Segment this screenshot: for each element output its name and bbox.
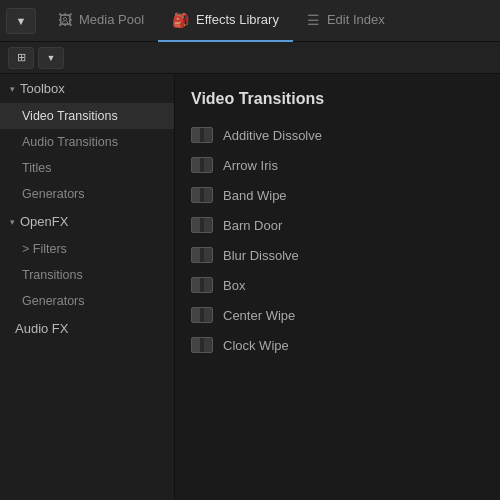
transition-label: Band Wipe	[223, 188, 287, 203]
sidebar-item-titles[interactable]: Titles	[0, 155, 174, 181]
main-content: ▾ Toolbox Video Transitions Audio Transi…	[0, 74, 500, 500]
workspace-dropdown[interactable]: ▼	[6, 8, 36, 34]
sidebar-item-audio-transitions[interactable]: Audio Transitions	[0, 129, 174, 155]
media-pool-icon: 🖼	[58, 12, 72, 28]
transition-label: Box	[223, 278, 245, 293]
grid-view-button[interactable]: ⊞	[8, 47, 34, 69]
list-item[interactable]: Barn Door	[175, 210, 500, 240]
list-item[interactable]: Center Wipe	[175, 300, 500, 330]
sidebar-item-video-transitions[interactable]: Video Transitions	[0, 103, 174, 129]
tab-media-pool[interactable]: 🖼 Media Pool	[44, 0, 158, 42]
tab-media-pool-label: Media Pool	[79, 12, 144, 27]
tab-edit-index-label: Edit Index	[327, 12, 385, 27]
sidebar-section-audiofx[interactable]: Audio FX	[0, 314, 174, 343]
dropdown-arrow-icon: ▼	[16, 15, 27, 27]
transition-icon-blur-dissolve	[191, 247, 213, 263]
sort-dropdown-button[interactable]: ▼	[38, 47, 64, 69]
transition-label: Clock Wipe	[223, 338, 289, 353]
transition-label: Arrow Iris	[223, 158, 278, 173]
sidebar-item-generators[interactable]: Generators	[0, 181, 174, 207]
list-item[interactable]: Additive Dissolve	[175, 120, 500, 150]
transition-label: Barn Door	[223, 218, 282, 233]
top-bar-left: ▼	[6, 8, 36, 34]
sidebar-item-filters[interactable]: > Filters	[0, 236, 174, 262]
audiofx-label: Audio FX	[15, 321, 68, 336]
transition-label: Blur Dissolve	[223, 248, 299, 263]
transition-icon-arrow-iris	[191, 157, 213, 173]
tab-effects-library-label: Effects Library	[196, 12, 279, 27]
transition-icon-band-wipe	[191, 187, 213, 203]
toolbox-arrow-icon: ▾	[10, 84, 15, 94]
sub-toolbar: ⊞ ▼	[0, 42, 500, 74]
list-item[interactable]: Box	[175, 270, 500, 300]
openfx-label: OpenFX	[20, 214, 68, 229]
openfx-arrow-icon: ▾	[10, 217, 15, 227]
sidebar-item-transitions[interactable]: Transitions	[0, 262, 174, 288]
list-item[interactable]: Arrow Iris	[175, 150, 500, 180]
toolbox-label: Toolbox	[20, 81, 65, 96]
tab-edit-index[interactable]: ☰ Edit Index	[293, 0, 399, 42]
effects-library-icon: 🎒	[172, 12, 189, 28]
sort-arrow-icon: ▼	[47, 53, 56, 63]
sidebar-section-openfx[interactable]: ▾ OpenFX	[0, 207, 174, 236]
transition-label: Additive Dissolve	[223, 128, 322, 143]
transition-icon-box	[191, 277, 213, 293]
list-item[interactable]: Clock Wipe	[175, 330, 500, 360]
sidebar-section-toolbox[interactable]: ▾ Toolbox	[0, 74, 174, 103]
transition-icon-center-wipe	[191, 307, 213, 323]
transition-icon-additive-dissolve	[191, 127, 213, 143]
content-title: Video Transitions	[175, 90, 500, 120]
edit-index-icon: ☰	[307, 12, 320, 28]
sidebar-item-generators2[interactable]: Generators	[0, 288, 174, 314]
transition-label: Center Wipe	[223, 308, 295, 323]
list-item[interactable]: Blur Dissolve	[175, 240, 500, 270]
tab-effects-library[interactable]: 🎒 Effects Library	[158, 0, 293, 42]
grid-icon: ⊞	[17, 51, 26, 64]
content-panel: Video Transitions Additive Dissolve Arro…	[175, 74, 500, 500]
list-item[interactable]: Band Wipe	[175, 180, 500, 210]
top-bar: ▼ 🖼 Media Pool 🎒 Effects Library ☰ Edit …	[0, 0, 500, 42]
transition-icon-barn-door	[191, 217, 213, 233]
transition-icon-clock-wipe	[191, 337, 213, 353]
sidebar: ▾ Toolbox Video Transitions Audio Transi…	[0, 74, 175, 500]
